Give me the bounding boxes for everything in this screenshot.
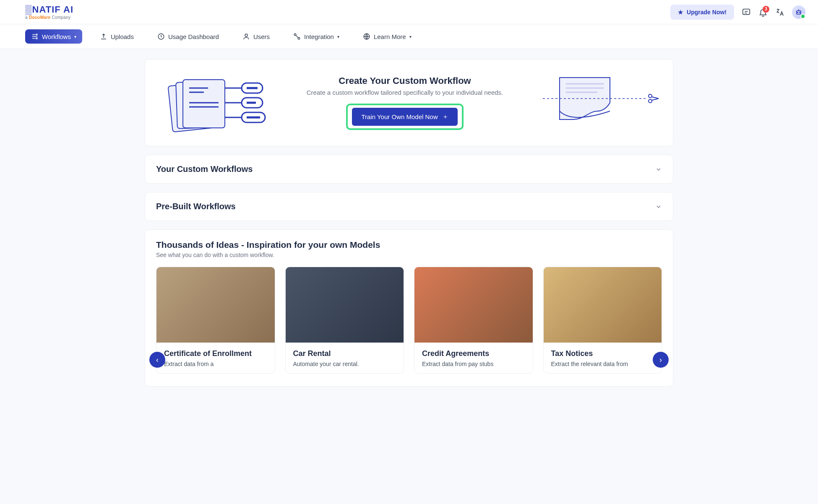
- ideas-panel: Thousands of Ideas - Inspiration for you…: [145, 229, 673, 387]
- section-custom-workflows[interactable]: Your Custom Workflows: [145, 155, 673, 184]
- ideas-title: Thousands of Ideas - Inspiration for you…: [156, 240, 662, 250]
- card-desc: Automate your car rental.: [293, 361, 396, 367]
- chevron-down-icon: ▾: [337, 34, 339, 39]
- notifications-button[interactable]: 3: [758, 8, 768, 17]
- clock-icon: [157, 33, 165, 40]
- logo-subtext: a DocuWare Company: [25, 15, 73, 20]
- nav-label: Uploads: [111, 33, 134, 40]
- idea-card[interactable]: Certificate of Enrollment Extract data f…: [156, 267, 275, 374]
- chat-button[interactable]: [742, 8, 751, 17]
- nav-integration[interactable]: Integration ▾: [287, 29, 345, 44]
- card-image: [286, 267, 404, 343]
- receipt-cut-illustration-icon: [543, 73, 660, 132]
- robot-icon: [795, 8, 803, 16]
- chat-icon: [742, 8, 751, 17]
- chevron-right-icon: ›: [659, 356, 662, 364]
- chevron-down-icon: ▾: [74, 34, 76, 39]
- avatar[interactable]: [792, 5, 805, 19]
- upgrade-button[interactable]: ★ Upgrade Now!: [670, 5, 734, 20]
- hero-center: Create Your Custom Workflow Create a cus…: [279, 75, 530, 130]
- svg-rect-13: [183, 80, 225, 128]
- hero-panel: Create Your Custom Workflow Create a cus…: [145, 59, 673, 146]
- upgrade-label: Upgrade Now!: [687, 9, 727, 16]
- ideas-cards: Certificate of Enrollment Extract data f…: [156, 267, 662, 374]
- svg-point-7: [245, 34, 247, 36]
- card-image: [544, 267, 662, 343]
- card-desc: Extract the relevant data from: [551, 361, 654, 367]
- ideas-subtitle: See what you can do with a custom workfl…: [156, 252, 662, 258]
- plus-icon: ＋: [442, 113, 448, 121]
- section-prebuilt-workflows[interactable]: Pre-Built Workflows: [145, 192, 673, 221]
- hero-illustration-right: [543, 73, 660, 132]
- nav-learn-more[interactable]: Learn More ▾: [357, 29, 417, 44]
- globe-icon: [363, 33, 370, 40]
- card-image: [414, 267, 533, 343]
- nav-uploads[interactable]: Uploads: [94, 29, 140, 44]
- top-bar-actions: ★ Upgrade Now! 3: [670, 5, 805, 20]
- svg-point-32: [649, 99, 652, 103]
- translate-icon: [775, 8, 784, 17]
- card-desc: Extract data from pay stubs: [422, 361, 525, 367]
- train-model-button[interactable]: Train Your Own Model Now ＋: [352, 108, 457, 126]
- train-label: Train Your Own Model Now: [361, 113, 438, 120]
- svg-point-2: [797, 12, 798, 13]
- nav-usage-dashboard[interactable]: Usage Dashboard: [151, 29, 225, 44]
- nav-label: Users: [253, 33, 270, 40]
- idea-card[interactable]: Credit Agreements Extract data from pay …: [414, 267, 533, 374]
- chevron-down-icon: ▾: [409, 34, 412, 39]
- svg-point-31: [649, 94, 652, 98]
- card-desc: Extract data from a: [164, 361, 267, 367]
- svg-point-5: [36, 38, 37, 39]
- hero-illustration-left: [158, 71, 267, 134]
- top-bar: ▒NATIF AI a DocuWare Company ★ Upgrade N…: [0, 0, 818, 24]
- chevron-down-icon: [655, 166, 662, 173]
- hero-subtitle: Create a custom workflow tailored specif…: [279, 89, 530, 96]
- logo-text: ▒NATIF AI: [25, 4, 73, 15]
- svg-point-3: [800, 12, 800, 13]
- section-title: Your Custom Workflows: [156, 164, 253, 174]
- content: Create Your Custom Workflow Create a cus…: [132, 49, 686, 403]
- svg-point-4: [36, 34, 37, 35]
- section-title: Pre-Built Workflows: [156, 202, 236, 211]
- user-icon: [242, 33, 250, 40]
- carousel-next-button[interactable]: ›: [653, 352, 669, 368]
- language-button[interactable]: [775, 8, 784, 17]
- nav-bar: Workflows ▾ Uploads Usage Dashboard User…: [0, 24, 818, 49]
- nav-label: Workflows: [42, 33, 71, 40]
- nav-label: Usage Dashboard: [168, 33, 219, 40]
- documents-illustration-icon: [158, 71, 267, 134]
- card-title: Credit Agreements: [422, 349, 525, 358]
- card-title: Car Rental: [293, 349, 396, 358]
- chevron-down-icon: [655, 203, 662, 210]
- nav-users[interactable]: Users: [237, 29, 276, 44]
- workflow-icon: [31, 33, 39, 40]
- star-icon: ★: [678, 9, 683, 16]
- card-title: Certificate of Enrollment: [164, 349, 267, 358]
- nav-label: Learn More: [374, 33, 406, 40]
- chevron-left-icon: ‹: [156, 356, 159, 364]
- nav-workflows[interactable]: Workflows ▾: [25, 29, 82, 44]
- integration-icon: [293, 33, 301, 40]
- card-image: [156, 267, 275, 343]
- hero-title: Create Your Custom Workflow: [279, 75, 530, 86]
- logo[interactable]: ▒NATIF AI a DocuWare Company: [25, 4, 73, 20]
- carousel-prev-button[interactable]: ‹: [149, 352, 165, 368]
- nav-label: Integration: [304, 33, 334, 40]
- notification-badge: 3: [763, 6, 769, 13]
- upload-icon: [100, 33, 107, 40]
- card-title: Tax Notices: [551, 349, 654, 358]
- train-highlight: Train Your Own Model Now ＋: [346, 104, 463, 130]
- idea-card[interactable]: Tax Notices Extract the relevant data fr…: [543, 267, 662, 374]
- idea-card[interactable]: Car Rental Automate your car rental.: [285, 267, 404, 374]
